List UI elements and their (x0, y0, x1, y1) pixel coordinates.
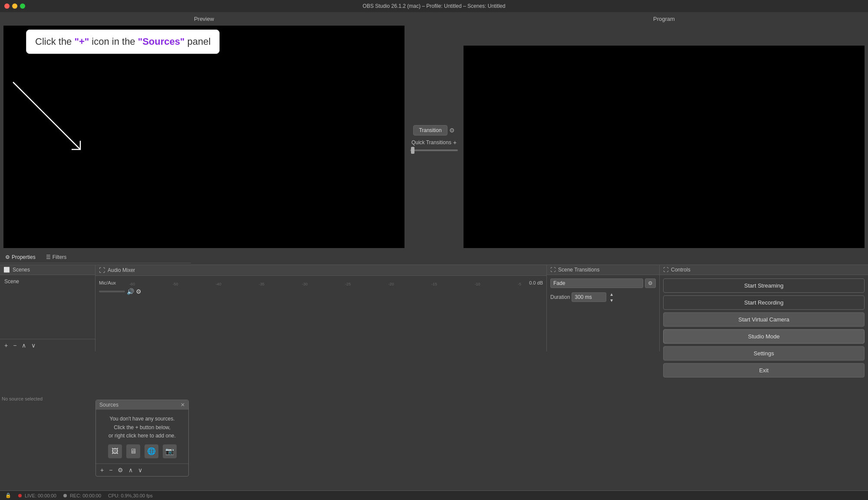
sources-popup-close[interactable]: ✕ (181, 402, 185, 408)
duration-up-btn[interactable]: ▲ (608, 291, 615, 297)
scenes-label: Scenes (13, 267, 30, 273)
sources-popup-title: Sources (99, 402, 118, 408)
close-button[interactable] (4, 3, 10, 9)
program-section: Program (460, 12, 868, 252)
preview-section: Preview Click the "+" icon in the "Sourc… (0, 12, 408, 252)
cpu-info: CPU: 0.9%,30.00 fps (108, 493, 153, 498)
sources-down-button[interactable]: ∨ (136, 466, 144, 474)
volume-slider[interactable] (99, 291, 125, 292)
tooltip-sources: "Sources" (138, 36, 185, 47)
quick-transitions-label: Quick Transitions (411, 139, 451, 146)
live-time: 00:00:00 (38, 493, 56, 498)
sources-add-button[interactable]: + (99, 466, 105, 474)
audio-settings-icon[interactable] (136, 288, 141, 295)
duration-label: Duration (550, 294, 570, 300)
sources-no-sources-line3: or right click here to add one. (101, 432, 183, 440)
tooltip-suffix: panel (184, 36, 210, 47)
sources-up-button[interactable]: ∧ (127, 466, 135, 474)
audio-meter-ticks: -60-50-40-35-30-25-20-15-10-5 (128, 282, 522, 286)
scenes-down-button[interactable]: ∨ (30, 341, 37, 350)
scenes-icon: ⬜ (3, 267, 10, 273)
controls-panel: ⛶ Controls Start Streaming Start Recordi… (660, 265, 868, 351)
window-buttons (4, 3, 25, 9)
quick-transitions-add-icon[interactable]: + (453, 139, 457, 146)
source-icon-browser[interactable]: 🌐 (145, 444, 158, 458)
rec-label: REC: (70, 493, 81, 498)
transition-slider-thumb (411, 147, 414, 154)
status-icon: 🔒 (5, 493, 11, 498)
program-label: Program (464, 16, 865, 22)
properties-filters-tabs: ⚙ Properties ☰ Filters (0, 252, 191, 263)
transition-settings-small-btn[interactable]: ⚙ (645, 278, 656, 288)
sources-remove-button[interactable]: − (107, 466, 114, 474)
transition-panel: Transition Quick Transitions + (408, 12, 460, 252)
scene-transitions-label: Scene Transitions (558, 267, 599, 273)
audio-track-label: Mic/Aux (99, 280, 125, 285)
program-canvas (464, 46, 865, 248)
source-icon-image[interactable]: 🖼 (108, 444, 122, 458)
transition-row: Transition (413, 125, 454, 136)
scene-item[interactable]: Scene (2, 277, 93, 286)
maximize-icon[interactable] (99, 267, 105, 274)
audio-mixer-label: Audio Mixer (108, 267, 135, 273)
start-recording-button[interactable]: Start Recording (663, 295, 865, 310)
scene-transitions-content: Fade ⚙ Duration ▲ ▼ (547, 275, 659, 307)
tab-filters[interactable]: ☰ Filters (41, 252, 72, 263)
transition-button[interactable]: Transition (413, 125, 447, 136)
sources-popup-footer: + − ⚙ ∧ ∨ (96, 464, 188, 476)
preview-label: Preview (3, 16, 404, 22)
tooltip-middle: icon in the (89, 36, 138, 47)
arrow-graphic (0, 69, 87, 156)
transition-slider[interactable] (410, 149, 458, 151)
audio-controls: 🔊 (99, 288, 543, 295)
scenes-remove-button[interactable]: − (11, 341, 18, 350)
duration-down-btn[interactable]: ▼ (608, 298, 615, 303)
controls-label: Controls (671, 267, 690, 273)
no-source-text: No source selected (2, 396, 43, 401)
tooltip-box: Click the "+" icon in the "Sources" pane… (26, 30, 220, 54)
tooltip-prefix: Click the (35, 36, 74, 47)
live-indicator: LIVE: 00:00:00 (18, 493, 56, 498)
studio-mode-button[interactable]: Studio Mode (663, 329, 865, 344)
scenes-add-button[interactable]: + (3, 341, 10, 350)
scenes-panel-footer: + − ∧ ∨ (0, 339, 95, 351)
scene-transitions-header: ⛶ Scene Transitions (547, 265, 659, 275)
window-title: OBS Studio 26.1.2 (mac) – Profile: Untit… (363, 3, 506, 9)
audio-mixer-panel: Audio Mixer Mic/Aux (95, 265, 547, 351)
quick-transitions-row: Quick Transitions + (411, 139, 457, 146)
start-virtual-camera-button[interactable]: Start Virtual Camera (663, 312, 865, 327)
sources-popup-body: You don't have any sources. Click the + … (96, 410, 188, 464)
tab-properties[interactable]: ⚙ Properties (0, 252, 41, 263)
scenes-up-button[interactable]: ∧ (20, 341, 28, 350)
fade-row: Fade ⚙ (550, 278, 656, 288)
start-streaming-button[interactable]: Start Streaming (663, 278, 865, 293)
source-icon-monitor[interactable]: 🖥 (126, 444, 140, 458)
controls-maximize-icon[interactable]: ⛶ (663, 267, 668, 273)
maximize-button[interactable] (20, 3, 25, 9)
rec-dot (63, 494, 67, 497)
scenes-panel: ⬜ Scenes Scene + − ∧ ∨ (0, 265, 95, 351)
audio-mixer-header: Audio Mixer (95, 265, 546, 276)
controls-header: ⛶ Controls (660, 265, 868, 275)
source-icon-camera[interactable]: 📷 (163, 444, 177, 458)
sources-settings-button[interactable]: ⚙ (116, 466, 125, 474)
controls-content: Start Streaming Start Recording Start Vi… (660, 275, 868, 381)
scenes-panel-header: ⬜ Scenes (0, 265, 95, 275)
titlebar: OBS Studio 26.1.2 (mac) – Profile: Untit… (0, 0, 868, 12)
mute-icon[interactable]: 🔊 (127, 288, 134, 295)
settings-button[interactable]: Settings (663, 346, 865, 361)
minimize-button[interactable] (12, 3, 17, 9)
transition-settings-icon[interactable] (449, 127, 455, 134)
sources-no-sources-line1: You don't have any sources. (101, 415, 183, 423)
duration-input[interactable] (572, 292, 606, 302)
sources-popup: Sources ✕ You don't have any sources. Cl… (95, 400, 189, 477)
sources-icons-row: 🖼 🖥 🌐 📷 (101, 444, 183, 458)
scene-transitions-maximize-icon[interactable]: ⛶ (550, 267, 556, 273)
svg-line-0 (13, 82, 80, 149)
tooltip-plus: "+" (74, 36, 89, 47)
scenes-panel-content: Scene (0, 275, 95, 339)
exit-button[interactable]: Exit (663, 363, 865, 377)
live-dot (18, 494, 22, 497)
fade-select[interactable]: Fade (550, 278, 643, 288)
bottom-panels: ⬜ Scenes Scene + − ∧ ∨ Sources ✕ (0, 265, 868, 351)
